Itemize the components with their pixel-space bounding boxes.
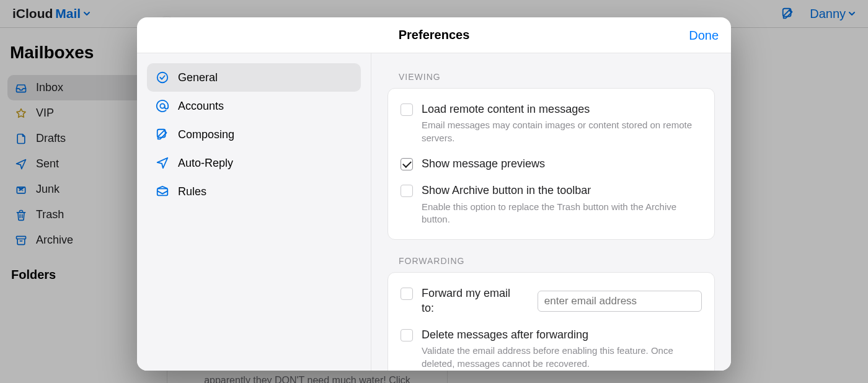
rules-icon [156,185,169,198]
setting-label: Load remote content in messages [422,102,702,117]
setting-show-previews: Show message previews [401,151,702,177]
nav-item-general[interactable]: General [147,63,361,92]
modal-title: Preferences [399,28,470,42]
setting-load-remote: Load remote content in messages Email me… [401,96,702,151]
setting-show-archive: Show Archive button in the toolbar Enabl… [401,177,702,232]
section-header-viewing: VIEWING [388,68,715,88]
setting-label: Delete messages after forwarding [422,328,702,342]
nav-item-rules[interactable]: Rules [147,177,361,206]
setting-desc: Validate the email address before enabli… [422,345,702,370]
preferences-content: VIEWING Load remote content in messages … [371,53,731,371]
nav-item-accounts[interactable]: Accounts [147,92,361,120]
setting-desc: Email messages may contain images or con… [422,119,702,144]
section-header-forwarding: FORWARDING [388,252,715,272]
forward-email-input[interactable] [538,291,702,312]
setting-label: Show Archive button in the toolbar [422,183,702,198]
check-circle-icon [156,71,169,84]
nav-item-composing[interactable]: Composing [147,120,361,149]
nav-item-label: Accounts [178,100,224,113]
checkbox-load-remote[interactable] [401,103,413,116]
checkbox-show-archive[interactable] [401,185,413,197]
modal-header: Preferences Done [137,17,731,53]
svg-point-4 [157,73,168,83]
forwarding-card: Forward my email to: Delete messages aft… [388,272,715,371]
at-icon [156,99,169,113]
setting-label: Forward my email to: [422,286,524,315]
modal-overlay[interactable]: Preferences Done General Accounts [0,0,868,383]
viewing-card: Load remote content in messages Email me… [388,88,715,240]
preferences-nav: General Accounts Composing [137,53,371,371]
setting-forward-email: Forward my email to: [401,280,702,322]
nav-item-label: Rules [178,185,206,198]
nav-item-label: General [178,71,218,84]
preferences-modal: Preferences Done General Accounts [137,17,731,371]
done-button[interactable]: Done [689,17,719,53]
plane-icon [156,156,169,170]
setting-delete-after-forward: Delete messages after forwarding Validat… [401,322,702,371]
checkbox-show-previews[interactable] [401,158,413,170]
nav-item-label: Auto-Reply [178,157,233,170]
nav-item-label: Composing [178,128,234,141]
nav-item-autoreply[interactable]: Auto-Reply [147,149,361,177]
setting-desc: Enable this option to replace the Trash … [422,201,702,226]
checkbox-forward-email[interactable] [401,288,413,300]
compose-icon [156,128,169,141]
setting-label: Show message previews [422,157,702,171]
svg-point-5 [160,103,164,108]
checkbox-delete-after-forward[interactable] [401,329,413,341]
